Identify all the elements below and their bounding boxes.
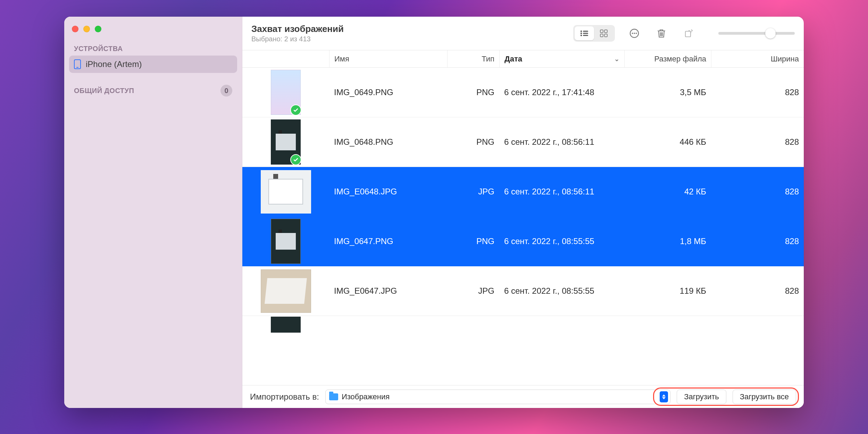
row-width: 828 <box>711 236 804 246</box>
minimize-window-button[interactable] <box>83 26 90 32</box>
row-thumbnail <box>242 119 329 165</box>
more-actions-button[interactable] <box>627 26 642 41</box>
svg-point-13 <box>636 33 637 34</box>
row-size: 119 КБ <box>624 286 711 296</box>
svg-rect-5 <box>583 35 588 36</box>
row-type: JPG <box>447 187 499 197</box>
toolbar: Захват изображений Выбрано: 2 из 413 <box>242 17 804 50</box>
sidebar-item-label: iPhone (Artem) <box>86 59 142 69</box>
window-controls <box>69 24 237 42</box>
main-panel: Захват изображений Выбрано: 2 из 413 <box>242 17 804 408</box>
row-type: JPG <box>447 286 499 296</box>
table-row[interactable]: IMG_E0647.JPGJPG6 сент. 2022 г., 08:55:5… <box>242 266 804 316</box>
table-row[interactable]: IMG_0647.PNGPNG6 сент. 2022 г., 08:55:55… <box>242 217 804 266</box>
svg-rect-7 <box>604 30 607 33</box>
sidebar-device-iphone[interactable]: iPhone (Artem) <box>69 56 237 73</box>
row-width: 828 <box>711 187 804 197</box>
row-size: 1,8 МБ <box>624 236 711 246</box>
thumbnail-size-slider[interactable] <box>718 32 795 35</box>
close-window-button[interactable] <box>72 26 78 32</box>
grid-view-button[interactable] <box>594 26 614 40</box>
svg-point-2 <box>581 33 582 34</box>
row-type: PNG <box>447 87 499 97</box>
row-thumbnail <box>242 170 329 214</box>
list-icon <box>580 30 589 37</box>
row-thumbnail <box>242 317 329 333</box>
imported-badge-icon <box>291 155 301 165</box>
caret-updown-icon <box>660 391 668 402</box>
svg-rect-8 <box>600 34 603 37</box>
rotate-icon <box>683 28 694 39</box>
svg-rect-1 <box>583 31 588 32</box>
svg-point-12 <box>634 33 635 34</box>
table-row[interactable] <box>242 316 804 333</box>
row-thumbnail <box>242 269 329 313</box>
list-view-button[interactable] <box>575 26 594 40</box>
row-width: 828 <box>711 137 804 147</box>
ellipsis-circle-icon <box>629 28 640 39</box>
svg-rect-6 <box>600 30 603 33</box>
destination-value: Изображения <box>342 392 390 401</box>
row-width: 828 <box>711 286 804 296</box>
footer-bar: Импортировать в: Изображения Загрузить З… <box>242 385 804 408</box>
folder-icon <box>329 393 338 400</box>
view-mode-segment <box>573 25 615 42</box>
rotate-button[interactable] <box>681 26 696 41</box>
svg-rect-14 <box>685 31 691 37</box>
row-name: IMG_E0648.JPG <box>329 187 447 197</box>
row-name: IMG_0648.PNG <box>329 137 447 147</box>
svg-point-0 <box>581 31 582 32</box>
download-button[interactable]: Загрузить <box>677 390 726 404</box>
shared-count-badge: 0 <box>220 85 232 97</box>
column-name[interactable]: Имя <box>329 50 447 67</box>
row-name: IMG_0647.PNG <box>329 236 447 246</box>
column-headers: Имя Тип Дата ⌄ Размер файла Ширина <box>242 50 804 68</box>
row-thumbnail <box>242 219 329 264</box>
row-thumbnail <box>242 70 329 115</box>
file-list: IMG_0649.PNGPNG6 сент. 2022 г., 17:41:48… <box>242 68 804 385</box>
phone-icon <box>74 59 81 69</box>
destination-select[interactable]: Изображения <box>325 390 670 404</box>
sidebar: УСТРОЙСТВА iPhone (Artem) ОБЩИЙ ДОСТУП 0 <box>64 17 242 408</box>
download-all-button[interactable]: Загрузить все <box>733 390 796 404</box>
column-width[interactable]: Ширина <box>711 50 804 67</box>
svg-point-4 <box>581 35 582 36</box>
page-title: Захват изображений <box>251 24 344 34</box>
sidebar-section-devices: УСТРОЙСТВА <box>69 42 237 56</box>
column-date[interactable]: Дата ⌄ <box>499 50 624 67</box>
row-date: 6 сент. 2022 г., 17:41:48 <box>499 87 624 97</box>
row-size: 3,5 МБ <box>624 87 711 97</box>
column-type[interactable]: Тип <box>447 50 499 67</box>
row-date: 6 сент. 2022 г., 08:56:11 <box>499 137 624 147</box>
sidebar-section-shared[interactable]: ОБЩИЙ ДОСТУП 0 <box>69 82 237 99</box>
import-to-label: Импортировать в: <box>250 392 319 402</box>
row-date: 6 сент. 2022 г., 08:55:55 <box>499 236 624 246</box>
grid-icon <box>600 29 608 37</box>
imported-badge-icon <box>291 105 301 115</box>
table-row[interactable]: IMG_0649.PNGPNG6 сент. 2022 г., 17:41:48… <box>242 68 804 117</box>
row-name: IMG_E0647.JPG <box>329 286 447 296</box>
row-type: PNG <box>447 236 499 246</box>
row-width: 828 <box>711 87 804 97</box>
svg-rect-3 <box>583 33 588 34</box>
trash-icon <box>657 28 666 39</box>
slider-knob[interactable] <box>765 28 776 39</box>
row-size: 446 КБ <box>624 137 711 147</box>
row-date: 6 сент. 2022 г., 08:55:55 <box>499 286 624 296</box>
svg-rect-9 <box>604 34 607 37</box>
sidebar-section-shared-label: ОБЩИЙ ДОСТУП <box>74 87 134 95</box>
delete-button[interactable] <box>654 26 669 41</box>
chevron-down-icon: ⌄ <box>614 55 619 63</box>
table-row[interactable]: IMG_0648.PNGPNG6 сент. 2022 г., 08:56:11… <box>242 117 804 167</box>
column-thumbnail[interactable] <box>242 50 329 67</box>
zoom-window-button[interactable] <box>95 26 101 32</box>
app-window: УСТРОЙСТВА iPhone (Artem) ОБЩИЙ ДОСТУП 0… <box>64 17 804 408</box>
table-row[interactable]: IMG_E0648.JPGJPG6 сент. 2022 г., 08:56:1… <box>242 167 804 217</box>
row-name: IMG_0649.PNG <box>329 87 447 97</box>
column-size[interactable]: Размер файла <box>624 50 711 67</box>
selection-status: Выбрано: 2 из 413 <box>251 35 344 43</box>
svg-point-11 <box>632 33 633 34</box>
row-type: PNG <box>447 137 499 147</box>
row-size: 42 КБ <box>624 187 711 197</box>
row-date: 6 сент. 2022 г., 08:56:11 <box>499 187 624 197</box>
